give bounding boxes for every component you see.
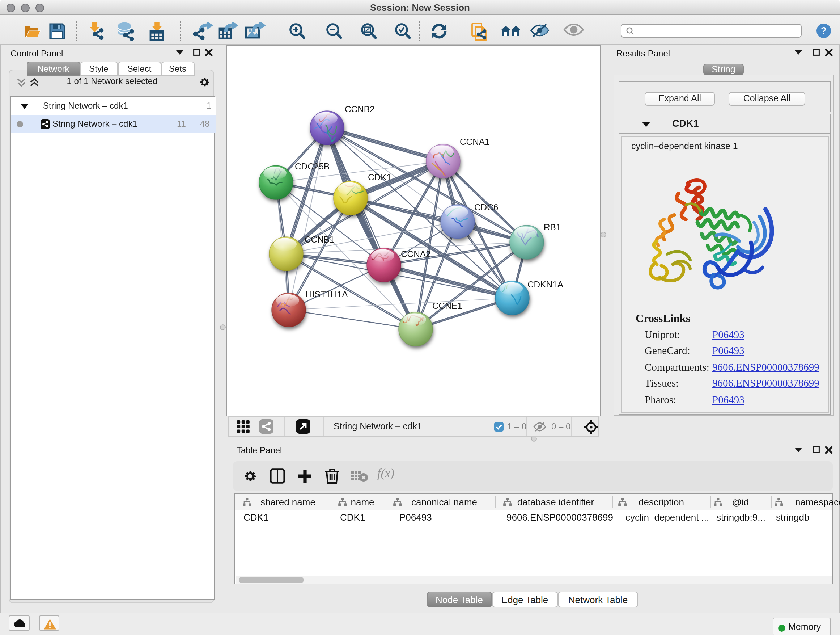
svg-text:CDC25B: CDC25B (294, 161, 329, 171)
svg-text:CDC6: CDC6 (474, 202, 498, 212)
svg-text:CCNE1: CCNE1 (432, 301, 462, 310)
svg-text:CCNA2: CCNA2 (401, 249, 431, 258)
svg-text:CDKN1A: CDKN1A (527, 279, 563, 289)
svg-text:?: ? (821, 25, 827, 36)
svg-text:CCNB1: CCNB1 (304, 234, 334, 244)
svg-text:CDK1: CDK1 (368, 172, 391, 182)
svg-text:RB1: RB1 (543, 222, 561, 232)
svg-text:CCNA1: CCNA1 (459, 136, 489, 146)
svg-text:HIST1H1A: HIST1H1A (305, 289, 347, 299)
svg-text:CCNB2: CCNB2 (344, 104, 374, 114)
